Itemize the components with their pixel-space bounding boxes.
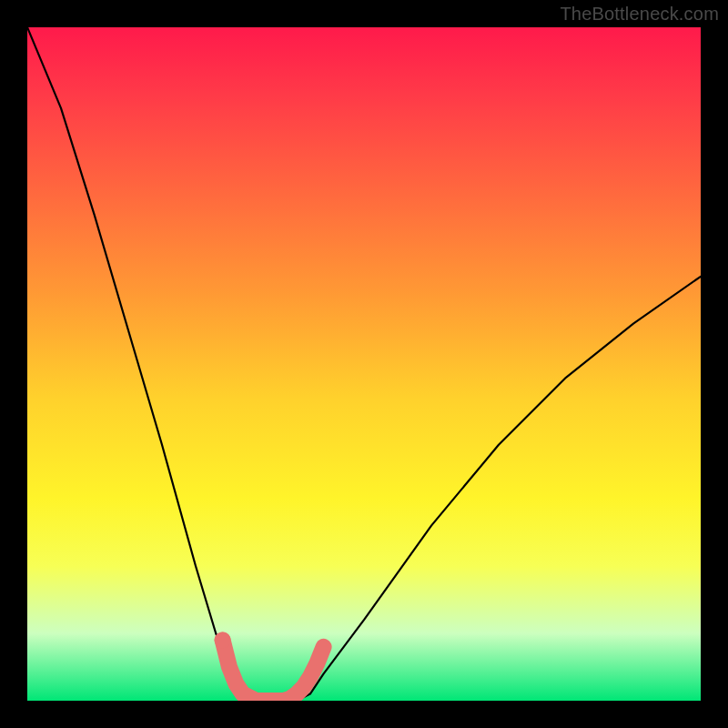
- bottleneck-curve: [27, 27, 701, 701]
- plot-area: [27, 27, 701, 701]
- highlight-start-dot: [215, 632, 231, 648]
- watermark-text: TheBottleneck.com: [560, 4, 719, 25]
- highlight-dip: [223, 640, 324, 701]
- curve-overlay: [27, 27, 701, 701]
- chart-frame: TheBottleneck.com: [0, 0, 728, 728]
